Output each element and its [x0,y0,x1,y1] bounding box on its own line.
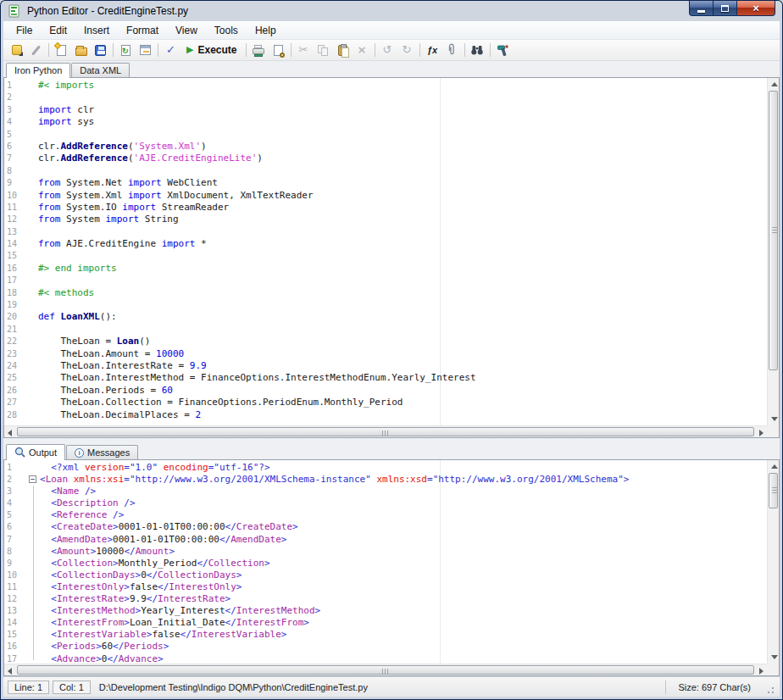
code-text: from System import String [28,214,179,225]
line-number: 28 [4,409,28,421]
code-text [28,165,38,177]
output-tab-strip: Output i Messages [3,441,780,459]
cut-button[interactable]: ✂ [294,42,314,59]
code-line: 10from System.Xml import XmlDocument, Xm… [4,190,767,202]
code-text: <Amount>10000</Amount> [40,546,175,558]
attach-button[interactable] [442,42,462,59]
tab-data-xml[interactable]: Data XML [71,63,130,77]
scroll-up-arrow[interactable] [771,464,778,469]
paste-button[interactable] [333,42,353,59]
toolbar-separator [158,43,158,57]
maximize-button[interactable] [714,1,737,16]
find-button[interactable] [468,42,487,59]
new-file-button[interactable] [52,42,71,59]
close-button[interactable]: × [737,1,775,16]
xml-area[interactable]: 1 <?xml version="1.0" encoding="utf-16"?… [4,460,767,664]
code-text: import sys [28,116,94,128]
code-text: <InterestFrom>Loan_Initial_Date</Interes… [40,617,309,629]
execute-button[interactable]: ▶ Execute [180,42,243,59]
line-number: 16 [4,641,28,653]
import-script-button[interactable] [7,42,26,59]
code-text: import clr [28,104,94,116]
fold-margin [28,653,40,664]
output-vertical-scrollbar[interactable] [767,460,779,664]
menu-view[interactable]: View [167,22,206,39]
print-button[interactable] [249,42,269,59]
status-bar: Line: 1 Col: 1 D:\Development Testing\In… [3,676,780,697]
code-text: <AmendDate>0001-01-01T00:00:00</AmendDat… [40,534,286,546]
pen-button[interactable] [26,42,46,59]
line-number: 13 [4,226,28,238]
menu-tools[interactable]: Tools [206,22,247,39]
save-icon [95,45,106,56]
open-file-button[interactable] [71,42,91,59]
scroll-thumb[interactable] [17,665,754,675]
redo-button[interactable]: ↻ [397,42,417,59]
resize-grip[interactable] [764,684,775,695]
xml-output-panel[interactable]: 1 <?xml version="1.0" encoding="utf-16"?… [3,459,780,676]
code-text: <InterestOnly>false</InterestOnly> [40,581,242,593]
menu-format[interactable]: Format [118,22,167,39]
function-button[interactable]: ƒx [423,42,442,59]
editor-vertical-scrollbar[interactable] [767,78,779,425]
title-bar[interactable]: Python Editor - CreditEngineTest.py × [0,0,783,21]
check-icon: ✓ [166,44,175,56]
scroll-left-arrow[interactable] [8,430,12,436]
execute-label: Execute [197,44,236,56]
scroll-thumb[interactable] [769,91,778,370]
save-button[interactable] [91,42,110,59]
line-number: 6 [4,521,28,533]
print-preview-button[interactable] [269,42,288,59]
undo-button[interactable]: ↺ [378,42,397,59]
tab-iron-python[interactable]: Iron Python [6,63,70,78]
line-number: 8 [4,546,28,558]
line-number: 8 [4,165,28,177]
code-line: 4 <Description /> [4,497,767,509]
code-line: 4import sys [4,116,767,128]
menu-file[interactable]: File [8,22,41,39]
code-line: 2 [4,92,767,103]
output-horizontal-scrollbar[interactable] [4,664,767,675]
line-number: 10 [4,569,28,581]
editor-horizontal-scrollbar[interactable] [4,425,767,437]
copy-button[interactable] [314,42,333,59]
toolbar-separator [490,43,491,57]
fold-toggle[interactable]: − [29,475,36,483]
scroll-down-arrow[interactable] [771,417,778,421]
scroll-down-arrow[interactable] [771,655,778,659]
redo-icon: ↻ [403,44,412,56]
refresh-document-button[interactable]: ↻ [116,42,136,59]
delete-button[interactable]: × [353,42,372,59]
scroll-left-arrow[interactable] [8,668,12,675]
tab-messages[interactable]: i Messages [66,445,138,459]
line-number: 6 [4,141,28,153]
fold-margin [28,629,40,641]
toolbar-separator [246,43,247,57]
line-number: 26 [4,385,28,397]
import-script-icon [12,45,22,55]
code-line: 25 TheLoan.InterestMethod = FinanceOptio… [4,372,767,384]
minimize-button[interactable] [689,1,714,16]
tab-output[interactable]: Output [6,444,65,460]
tools-button[interactable] [493,42,513,59]
scroll-thumb[interactable] [17,427,754,436]
menu-help[interactable]: Help [247,22,285,39]
menu-insert[interactable]: Insert [75,22,118,39]
fold-margin [28,497,40,509]
menu-edit[interactable]: Edit [41,22,75,39]
scroll-right-arrow[interactable] [759,668,764,675]
code-area[interactable]: 1#< imports23import clr4import sys56clr.… [4,78,767,425]
thumb-grip [382,431,389,436]
scroll-up-arrow[interactable] [771,82,778,86]
scroll-thumb[interactable] [769,473,778,508]
properties-button[interactable] [136,42,155,59]
code-line: 7 <AmendDate>0001-01-01T00:00:00</AmendD… [4,534,767,546]
line-number: 7 [4,153,28,164]
code-line: 8 [4,165,767,177]
validate-button[interactable]: ✓ [161,42,180,59]
fold-margin [28,462,40,474]
scrollbar-corner [767,425,779,437]
python-code-editor[interactable]: 1#< imports23import clr4import sys56clr.… [3,77,780,438]
scroll-right-arrow[interactable] [759,430,764,436]
thumb-grip [772,227,777,234]
